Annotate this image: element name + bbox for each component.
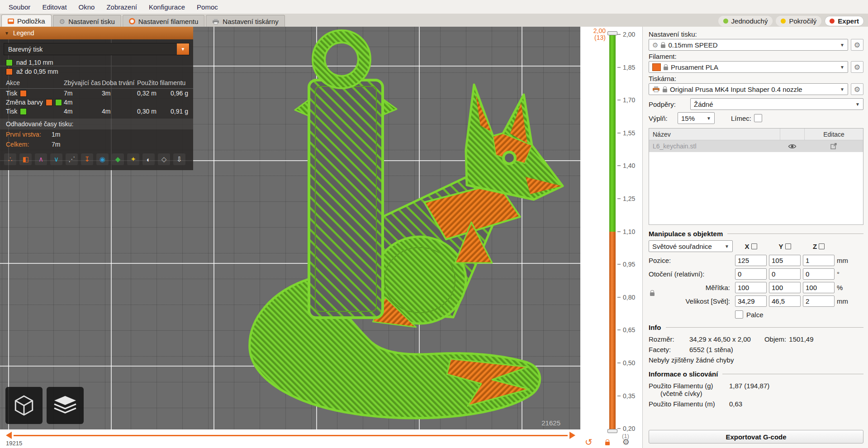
menu-soubor[interactable]: Soubor: [3, 2, 36, 12]
tool-marker-icon[interactable]: ◇: [158, 153, 170, 165]
3d-view-thumbnail[interactable]: [5, 387, 43, 424]
print-settings-select[interactable]: ⚙ 0.15mm SPEED ▼: [649, 39, 848, 51]
retractions-icon[interactable]: ∧: [35, 153, 47, 165]
chevron-down-icon: ▼: [723, 244, 730, 249]
menu-editovat[interactable]: Editovat: [36, 2, 72, 12]
layer-slider-lower-handle[interactable]: [607, 429, 617, 433]
legend-table-header: Akce Zbývající čas Doba trvání Použito f…: [0, 78, 193, 89]
position-y-input[interactable]: [769, 255, 801, 266]
menu-pomoc[interactable]: Pomoc: [191, 2, 224, 12]
inches-checkbox[interactable]: [735, 310, 743, 319]
print-settings-gear-button[interactable]: ⚙: [851, 39, 863, 51]
shells-icon[interactable]: ◐: [142, 153, 155, 165]
deretractions-icon[interactable]: ∨: [50, 153, 62, 165]
mode-advanced[interactable]: Pokročilý: [776, 16, 821, 26]
manipulation-title: Manipulace s objektem: [649, 230, 863, 238]
menu-zobrazeni[interactable]: Zobrazení: [100, 2, 143, 12]
filament-value: Prusament PLA: [671, 63, 836, 71]
coordinate-system-select[interactable]: Světové souřadnice ▼: [649, 240, 733, 252]
scale-z-input[interactable]: [803, 282, 835, 293]
sidebar: Nastavení tisku: ⚙ 0.15mm SPEED ▼ ⚙ Fila…: [642, 27, 868, 448]
filament-gear-button[interactable]: ⚙: [851, 61, 863, 73]
tab-label: Podložka: [17, 17, 45, 25]
chevron-down-icon: ▼: [854, 102, 861, 107]
layer-slider-upper-handle[interactable]: [607, 31, 617, 35]
tab-filament-settings[interactable]: Nastavení filamentu: [123, 15, 205, 27]
green-dot-icon: [723, 19, 728, 24]
export-gcode-button[interactable]: Exportovat G-code: [649, 430, 863, 443]
legend-toggle-icon[interactable]: ⇩: [173, 153, 185, 165]
printer-label: Tiskárna:: [649, 75, 863, 82]
mode-expert[interactable]: Expert: [825, 16, 864, 26]
menubar: Soubor Editovat Okno Zobrazení Konfigura…: [0, 0, 868, 14]
edit-object-icon[interactable]: [804, 143, 863, 149]
eye-icon[interactable]: [780, 143, 804, 149]
size-x-input[interactable]: [735, 295, 767, 307]
layers-view-thumbnail[interactable]: [47, 387, 84, 424]
slider-settings-gear-icon[interactable]: ⚙: [622, 438, 630, 446]
slider-lock-icon[interactable]: [605, 442, 610, 445]
color-changes-icon[interactable]: ◧: [19, 153, 32, 165]
uniform-scale-lock-icon[interactable]: [650, 292, 655, 296]
col-visibility: [780, 129, 804, 140]
inches-label: Palce: [746, 311, 764, 319]
size-y-input[interactable]: [769, 295, 801, 307]
col-remaining: Zbývající čas: [64, 79, 102, 86]
tabbar: Podložka ⚙ Nastavení tisku Nastavení fil…: [0, 14, 868, 28]
printer-gear-button[interactable]: ⚙: [851, 83, 863, 95]
brim-label: Límec:: [731, 114, 751, 122]
status-row: Nebyly zjištěny žádné chyby: [649, 356, 863, 364]
mode-label: Pokročilý: [789, 17, 816, 25]
brim-checkbox[interactable]: [754, 114, 762, 122]
filament-select[interactable]: Prusament PLA ▼: [649, 61, 848, 73]
layer-tick: 0,95: [617, 261, 635, 268]
move-slider-bar: 19215: [0, 429, 580, 448]
size-z-input[interactable]: [803, 295, 835, 307]
chevron-down-icon: ▼: [705, 116, 712, 121]
printer-select[interactable]: Original Prusa MK4 Input Shaper 0.4 nozz…: [649, 83, 848, 95]
pause-icon[interactable]: ◆: [112, 153, 124, 165]
move-count-min: 19215: [6, 440, 22, 447]
legend-title: Legend: [13, 29, 34, 37]
move-slider-track[interactable]: [14, 435, 568, 436]
position-z-input[interactable]: [803, 255, 835, 266]
seams-icon[interactable]: ∴: [4, 153, 16, 165]
wipe-icon[interactable]: ◉: [96, 153, 109, 165]
rotation-y-input[interactable]: [769, 268, 801, 280]
infill-select[interactable]: 15% ▼: [678, 112, 715, 124]
legend-header[interactable]: ▼ Legend: [0, 27, 193, 39]
mode-simple[interactable]: Jednoduchý: [718, 16, 773, 26]
world-frame-icon: [751, 243, 757, 249]
printer-icon: [212, 19, 219, 24]
custom-gcode-icon[interactable]: ✦: [127, 153, 139, 165]
view-mode-select[interactable]: Barevný tisk ▼: [4, 43, 190, 55]
tab-plater[interactable]: Podložka: [1, 14, 52, 27]
slider-right-arrow-icon[interactable]: [569, 432, 575, 439]
menu-konfigurace[interactable]: Konfigurace: [143, 2, 191, 12]
chevron-down-icon: ▼: [839, 87, 846, 92]
infill-label: Výplň:: [649, 114, 675, 122]
scale-x-input[interactable]: [735, 282, 767, 293]
scale-row: Měřítka: %: [649, 282, 863, 293]
supports-select[interactable]: Žádné ▼: [690, 98, 863, 110]
green-swatch: [20, 108, 27, 115]
rotation-x-input[interactable]: [735, 268, 767, 280]
axis-z-header: Z: [803, 243, 835, 250]
object-row[interactable]: L6_keychain.stl: [649, 140, 863, 152]
move-count-max: 21625: [541, 419, 560, 427]
tab-printer-settings[interactable]: Nastavení tiskárny: [206, 15, 285, 27]
3d-viewport[interactable]: ▼ Legend Barevný tisk ▼ nad 1,10 mm až d…: [0, 27, 580, 429]
travels-icon[interactable]: ⋰: [66, 153, 78, 165]
slider-left-arrow-icon[interactable]: [6, 432, 12, 439]
menu-okno[interactable]: Okno: [73, 2, 101, 12]
unload-icon[interactable]: ↧: [81, 153, 93, 165]
rotation-z-input[interactable]: [803, 268, 835, 280]
filament-meters-value: 0,63: [729, 400, 863, 408]
akce-label: Tisk: [6, 90, 17, 97]
position-x-input[interactable]: [735, 255, 767, 266]
layer-slider-track[interactable]: [609, 32, 616, 432]
tab-print-settings[interactable]: ⚙ Nastavení tisku: [53, 15, 121, 27]
scale-y-input[interactable]: [769, 282, 801, 293]
layer-tick: 0,65: [617, 326, 635, 334]
undo-icon[interactable]: ↺: [585, 438, 593, 447]
